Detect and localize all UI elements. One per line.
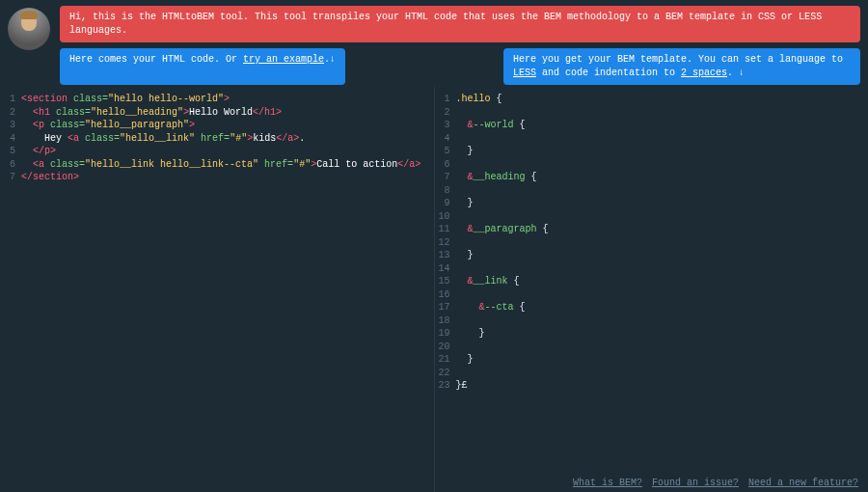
line-number: 4 (437, 132, 456, 146)
line-number: 5 (2, 145, 21, 158)
html-input-pane[interactable]: 1<section class="hello hello--world">2 <… (0, 87, 435, 492)
code-line[interactable]: 10 (435, 210, 869, 224)
code-line[interactable]: 6 (435, 158, 869, 172)
code-line[interactable]: 17 &--cta { (435, 301, 869, 314)
code-line[interactable]: 2 <h1 class="hello__heading">Hello World… (0, 106, 434, 120)
line-number: 7 (2, 171, 21, 184)
code-line[interactable]: 4 Hey <a class="hello__link" href="#">ki… (0, 132, 434, 146)
line-number: 20 (437, 341, 456, 354)
code-line[interactable]: 5 } (435, 145, 869, 158)
line-number: 3 (2, 119, 21, 132)
code-line[interactable]: 13 } (435, 249, 869, 262)
intro-bubble: Hi, this is the HTMLtoBEM tool. This too… (60, 6, 860, 42)
line-number: 23 (437, 379, 456, 393)
code-line[interactable]: 6 <a class="hello__link hello__link--cta… (0, 158, 434, 172)
code-line[interactable]: 3 <p class="hello__paragraph"> (0, 119, 434, 132)
line-number: 4 (2, 132, 21, 146)
line-number: 15 (437, 275, 456, 288)
line-number: 3 (437, 119, 456, 132)
line-number: 8 (437, 184, 456, 198)
line-number: 16 (437, 288, 456, 302)
line-number: 5 (437, 145, 456, 158)
left-hint-bubble: Here comes your HTML code. Or try an exa… (60, 48, 345, 85)
code-line[interactable]: 1<section class="hello hello--world"> (0, 93, 434, 106)
code-line[interactable]: 20 (435, 341, 869, 354)
bem-output-pane[interactable]: 1.hello {23 &--world {45 }67 &__heading … (435, 87, 869, 492)
line-number: 9 (437, 197, 456, 210)
code-line[interactable]: 15 &__link { (435, 275, 869, 288)
code-line[interactable]: 3 &--world { (435, 119, 869, 132)
what-is-bem-link[interactable]: What is BEM? (573, 478, 642, 488)
code-line[interactable]: 8 (435, 184, 869, 198)
line-number: 13 (437, 249, 456, 262)
line-number: 21 (437, 353, 456, 367)
request-feature-link[interactable]: Need a new feature? (748, 478, 858, 488)
left-hint-suffix: .↓ (324, 54, 336, 65)
line-number: 22 (437, 367, 456, 380)
line-number: 1 (437, 93, 456, 106)
code-line[interactable]: 21 } (435, 353, 869, 367)
code-line[interactable]: 2 (435, 106, 869, 120)
line-number: 7 (437, 171, 456, 184)
code-line[interactable]: 16 (435, 288, 869, 302)
right-hint-bubble: Here you get your BEM template. You can … (503, 48, 860, 85)
line-number: 11 (437, 223, 456, 236)
indent-link[interactable]: 2 spaces (681, 68, 727, 78)
line-number: 10 (437, 210, 456, 224)
line-number: 6 (2, 158, 21, 172)
line-number: 14 (437, 262, 456, 276)
code-line[interactable]: 1.hello { (435, 93, 869, 106)
line-number: 12 (437, 236, 456, 250)
line-number: 17 (437, 301, 456, 314)
right-hint-prefix: Here you get your BEM template. You can … (513, 54, 843, 65)
code-line[interactable]: 4 (435, 132, 869, 146)
try-example-link[interactable]: try an example (243, 54, 324, 65)
code-line[interactable]: 7 &__heading { (435, 171, 869, 184)
avatar (8, 8, 50, 50)
code-line[interactable]: 23}£ (435, 379, 869, 393)
line-number: 2 (437, 106, 456, 120)
code-line[interactable]: 5 </p> (0, 145, 434, 158)
left-hint-prefix: Here comes your HTML code. Or (69, 54, 243, 65)
line-number: 18 (437, 314, 456, 328)
line-number: 19 (437, 327, 456, 341)
line-number: 2 (2, 106, 21, 120)
code-line[interactable]: 19 } (435, 327, 869, 341)
header: Hi, this is the HTMLtoBEM tool. This too… (0, 0, 868, 87)
code-line[interactable]: 12 (435, 236, 869, 250)
right-hint-mid: and code indentation to (536, 68, 681, 78)
code-line[interactable]: 7</section> (0, 171, 434, 184)
line-number: 6 (437, 158, 456, 172)
code-line[interactable]: 9 } (435, 197, 869, 210)
footer-links: What is BEM? Found an issue? Need a new … (569, 478, 858, 488)
line-number: 1 (2, 93, 21, 106)
language-link[interactable]: LESS (513, 68, 536, 78)
code-line[interactable]: 11 &__paragraph { (435, 223, 869, 236)
right-hint-suffix: . ↓ (727, 68, 745, 78)
report-issue-link[interactable]: Found an issue? (652, 478, 739, 488)
code-line[interactable]: 18 (435, 314, 869, 328)
code-line[interactable]: 14 (435, 262, 869, 276)
code-line[interactable]: 22 (435, 367, 869, 380)
intro-text: Hi, this is the HTMLtoBEM tool. This too… (69, 12, 822, 36)
